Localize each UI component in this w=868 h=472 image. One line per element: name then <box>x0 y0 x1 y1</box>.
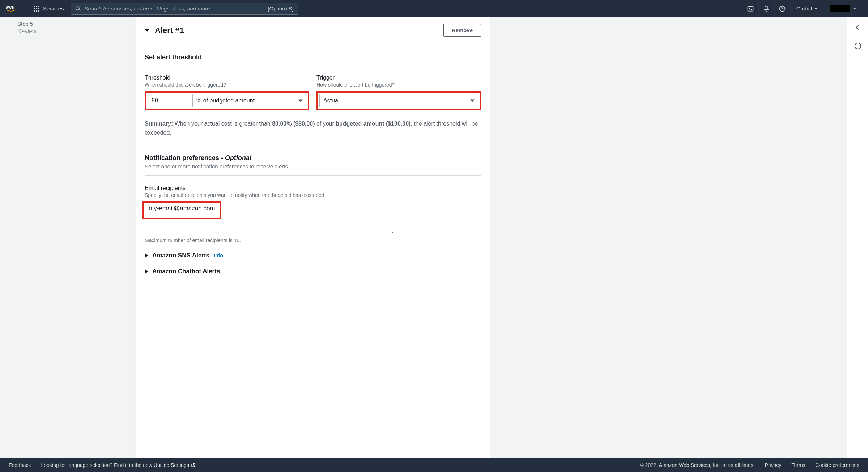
chatbot-expander[interactable]: Amazon Chatbot Alerts <box>145 268 481 275</box>
topnav-right: Global <box>743 1 862 16</box>
notif-optional: - Optional <box>221 154 251 161</box>
notif-title: Notification preferences <box>145 154 219 161</box>
notification-heading: Notification preferences - Optional <box>145 154 481 162</box>
cloudshell-icon[interactable] <box>743 1 758 16</box>
services-menu[interactable]: Services <box>34 5 64 12</box>
threshold-unit-value[interactable] <box>192 94 306 107</box>
cookie-link[interactable]: Cookie preferences <box>816 462 859 468</box>
expand-icon <box>145 253 148 258</box>
email-heading: Email recipients <box>145 185 481 191</box>
aws-logo[interactable]: aws <box>6 4 20 13</box>
step-counter: Step 5 <box>17 20 136 28</box>
services-label: Services <box>43 5 64 12</box>
chevron-down-icon <box>814 8 818 9</box>
summary-text: of your <box>315 121 336 127</box>
threshold-controls <box>145 91 309 110</box>
main-content: Step 5 Review Alert #1 Remove Set alert … <box>0 17 868 458</box>
alert-header: Alert #1 Remove <box>136 17 490 43</box>
copyright: © 2022, Amazon Web Services, Inc. or its… <box>640 462 754 468</box>
unified-label: Unified Settings <box>154 462 189 468</box>
expand-icon <box>145 269 148 274</box>
svg-line-2 <box>79 9 80 11</box>
threshold-value-input[interactable] <box>148 94 190 107</box>
step-title[interactable]: Review <box>17 28 136 35</box>
email-textarea-wrap <box>145 202 481 235</box>
alert-card: Alert #1 Remove Set alert threshold Thre… <box>136 17 490 458</box>
email-help: Specify the email recipients you want to… <box>145 192 481 198</box>
wizard-sidebar: Step 5 Review <box>0 17 136 458</box>
help-icon[interactable] <box>774 1 790 16</box>
search-icon <box>75 6 81 12</box>
chatbot-label: Amazon Chatbot Alerts <box>152 268 220 275</box>
account-menu[interactable] <box>824 1 862 16</box>
terms-link[interactable]: Terms <box>791 462 805 468</box>
trigger-label: Trigger <box>316 75 481 81</box>
privacy-link[interactable]: Privacy <box>765 462 782 468</box>
summary: Summary: When your actual cost is greate… <box>145 119 481 138</box>
remove-button[interactable]: Remove <box>443 24 481 37</box>
unified-settings-link[interactable]: Unified Settings <box>154 462 196 468</box>
panel-collapse-icon[interactable] <box>854 24 862 33</box>
trigger-select[interactable] <box>319 94 478 107</box>
trigger-field: Trigger How should this alert be trigger… <box>316 75 481 110</box>
threshold-help: When should this alert be triggered? <box>145 82 309 88</box>
trigger-help: How should this alert be triggered? <box>316 82 481 88</box>
svg-point-1 <box>76 7 79 10</box>
threshold-label: Threshold <box>145 75 309 81</box>
divider <box>27 5 27 13</box>
svg-text:aws: aws <box>6 5 14 10</box>
search-shortcut: [Option+S] <box>268 5 293 12</box>
sns-label: Amazon SNS Alerts <box>152 252 209 259</box>
right-rail <box>847 17 868 458</box>
lang-prompt-text: Looking for language selection? Find it … <box>41 462 153 468</box>
top-navigation: aws Services [Option+S] <box>0 0 868 17</box>
footer: Feedback Looking for language selection?… <box>0 458 868 472</box>
email-recipients-input[interactable] <box>145 202 394 233</box>
threshold-section-heading: Set alert threshold <box>145 54 481 65</box>
search-box[interactable]: [Option+S] <box>71 3 298 15</box>
summary-text: When your actual cost is greater than <box>173 121 272 127</box>
sns-expander[interactable]: Amazon SNS Alerts Info <box>145 252 481 259</box>
region-selector[interactable]: Global <box>790 1 824 16</box>
trigger-value[interactable] <box>319 94 478 107</box>
svg-point-5 <box>782 10 782 10</box>
svg-rect-3 <box>748 6 753 11</box>
feedback-link[interactable]: Feedback <box>9 462 31 468</box>
alert-title: Alert #1 <box>155 26 184 35</box>
trigger-controls <box>316 91 481 110</box>
collapse-toggle-icon[interactable] <box>145 29 150 32</box>
language-prompt: Looking for language selection? Find it … <box>41 462 195 468</box>
summary-percent: 80.00% ($80.00) <box>272 121 315 127</box>
threshold-field: Threshold When should this alert be trig… <box>145 75 309 110</box>
search-input[interactable] <box>85 5 264 12</box>
email-limit: Maximum number of email recipients is 10… <box>145 237 481 243</box>
external-link-icon <box>191 463 196 468</box>
region-label: Global <box>796 5 812 12</box>
chevron-down-icon <box>853 8 856 9</box>
svg-point-8 <box>858 44 858 45</box>
threshold-unit-select[interactable] <box>192 94 306 107</box>
notification-desc: Select one or more notification preferen… <box>145 163 481 169</box>
info-link[interactable]: Info <box>214 253 223 258</box>
account-id-redacted <box>830 5 850 12</box>
notifications-icon[interactable] <box>758 1 774 16</box>
summary-prefix: Summary: <box>145 121 173 127</box>
info-icon[interactable] <box>854 42 862 51</box>
summary-budget: budgeted amount ($100.00) <box>336 121 410 127</box>
grid-icon <box>34 6 39 12</box>
